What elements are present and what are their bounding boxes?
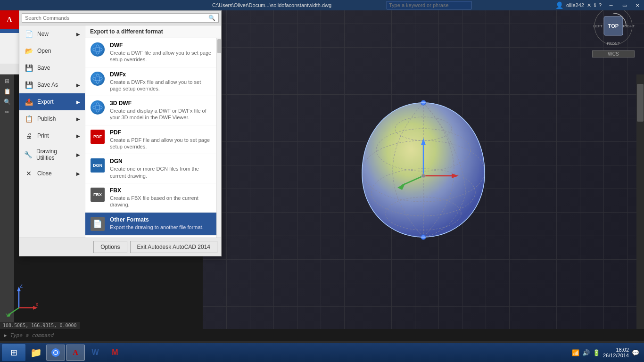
export-item-dwf[interactable]: DWF Create a DWF file and allow you to s… [85,38,216,67]
save-as-label: Save As [37,82,58,88]
export-item-other[interactable]: 📄 Other Formats Export the drawing to an… [85,213,216,236]
taskbar-explorer[interactable]: 📁 [26,345,45,361]
export-scrollbar[interactable] [216,38,221,238]
pdf-name: PDF [110,129,212,136]
export-item-fbx[interactable]: FBX FBX Create a FBX file based on the c… [85,183,216,213]
svg-text:Z: Z [20,283,23,288]
vertical-scrollbar[interactable] [636,74,644,329]
3ddwf-text: 3D DWF Create and display a DWF or DWFx … [110,100,212,121]
taskbar-word[interactable]: W [86,345,105,361]
search-input[interactable] [387,1,471,9]
menu-item-close[interactable]: ✕ Close ▶ [19,165,85,182]
export-item-pdf[interactable]: PDF PDF Create a PDF file and allow you … [85,125,216,155]
save-as-icon: 💾 [24,80,33,90]
clock-area: 18:02 26/12/2014 [603,347,629,358]
scrollbar-thumb[interactable] [637,84,644,122]
other-text: Other Formats Export the drawing to anot… [110,216,204,230]
battery-icon: 🔋 [593,349,600,356]
close-button[interactable]: ✕ [631,0,644,10]
app-menu-overlay: 🔍 📄 New ▶ 📂 Open 💾 Save 💾 Save As ▶ [19,10,222,256]
menu-item-save-as[interactable]: 💾 Save As ▶ [19,76,85,93]
svg-text:TOP: TOP [608,23,619,29]
command-prompt-icon: ▶ [4,332,7,338]
nav-cube[interactable]: TOP RIGHT LEFT FRONT TOP [592,5,635,47]
app-search-input[interactable] [25,15,208,21]
export-list: DWF Create a DWF file and allow you to s… [85,38,216,238]
svg-point-42 [93,45,102,54]
dwfx-name: DWFx [110,71,212,78]
viewport-canvas[interactable]: TOP RIGHT LEFT FRONT TOP WCS [203,0,644,362]
print-label: Print [37,132,49,139]
toolbar-btn-1[interactable]: ⊞ [3,76,11,86]
export-panel-header: Export to a different format [85,25,221,38]
svg-text:Y: Y [6,313,9,318]
print-icon: 🖨 [24,131,33,140]
export-arrow-icon: ▶ [76,99,80,105]
start-button[interactable]: ⊞ [2,344,25,361]
drawing-utilities-arrow-icon: ▶ [76,152,80,157]
window-controls: ─ ▭ ✕ [604,0,644,10]
app-menu-body: 📄 New ▶ 📂 Open 💾 Save 💾 Save As ▶ 📤 Expo… [19,25,221,238]
export-item-3ddwf[interactable]: 3D DWF Create and display a DWF or DWFx … [85,96,216,125]
menu-item-export[interactable]: 📤 Export ▶ [19,93,85,110]
menu-item-save[interactable]: 💾 Save [19,59,85,76]
command-line[interactable]: ▶ Type a command [0,329,644,341]
menu-item-print[interactable]: 🖨 Print ▶ [19,127,85,144]
clock-time: 18:02 [603,347,629,353]
new-arrow-icon: ▶ [76,32,80,37]
exit-autocad-button[interactable]: Exit Autodesk AutoCAD 2014 [130,241,217,253]
taskbar-other[interactable]: M [106,345,124,361]
toolbar-btn-3[interactable]: 🔍 [2,97,12,107]
dwf-text: DWF Create a DWF file and allow you to s… [110,42,212,63]
taskbar-autocad[interactable]: A [66,345,85,361]
fbx-name: FBX [110,187,212,194]
3ddwf-icon [90,100,105,115]
search-box[interactable] [387,0,471,10]
autocad-logo-button[interactable]: A [0,10,19,29]
app-menu-left: 📄 New ▶ 📂 Open 💾 Save 💾 Save As ▶ 📤 Expo… [19,25,85,238]
export-item-dwfx[interactable]: DWFx Create a DWFx file and allow you to… [85,67,216,97]
open-label: Open [37,48,51,54]
file-path: C:\Users\Oliver\Docum...\solidofaconstan… [212,0,331,10]
viewport-nav-controls: TOP RIGHT LEFT FRONT TOP WCS [592,5,635,58]
help-icon: ? [599,2,602,8]
options-button[interactable]: Options [93,241,127,253]
pdf-desc: Create a PDF file and allow you to set p… [110,137,212,150]
close-menu-icon: ✕ [24,169,33,178]
export-icon: 📤 [24,97,33,107]
new-label: New [37,31,49,37]
export-panel: Export to a different format DWF Create … [85,25,221,238]
username: ollie242 [566,2,584,8]
menu-item-new[interactable]: 📄 New ▶ [19,25,85,42]
command-prompt-text: Type a command [10,332,54,338]
menu-item-publish[interactable]: 📋 Publish ▶ [19,110,85,127]
save-as-arrow-icon: ▶ [76,82,80,88]
restore-button[interactable]: ▭ [618,0,631,10]
taskbar-system-tray: 📶 🔊 🔋 18:02 26/12/2014 💬 [572,347,642,358]
save-label: Save [37,65,50,71]
open-icon: 📂 [24,46,33,56]
save-icon: 💾 [24,63,33,73]
dwf-desc: Create a DWF file and allow you to set p… [110,49,212,63]
windows-taskbar: ⊞ 📁 A W M 📶 🔊 🔋 18:02 26/12/2014 💬 [0,343,644,362]
toolbar-btn-2[interactable]: 📋 [2,87,12,96]
drawing-utilities-icon: 🔧 [24,150,33,159]
minimize-button[interactable]: ─ [604,0,618,10]
publish-icon: 📋 [24,114,33,123]
app-menu-search-area: 🔍 [19,11,221,25]
toolbar-btn-4[interactable]: ✏ [3,107,11,117]
close-arrow-icon: ▶ [76,171,80,176]
other-formats-icon: 📄 [90,216,105,231]
svg-point-45 [93,74,102,83]
dwfx-text: DWFx Create a DWFx file and allow you to… [110,71,212,92]
notification-icon[interactable]: 💬 [632,349,639,356]
menu-item-open[interactable]: 📂 Open [19,42,85,59]
taskbar-chrome[interactable] [46,345,65,361]
export-item-dgn[interactable]: DGN DGN Create one or more DGN files fro… [85,154,216,183]
menu-item-drawing-utilities[interactable]: 🔧 Drawing Utilities ▶ [19,144,85,165]
svg-text:FRONT: FRONT [607,41,620,46]
print-arrow-icon: ▶ [76,133,80,139]
export-scroll-area: DWF Create a DWF file and allow you to s… [85,38,221,238]
separator-icon: ✕ [587,2,591,8]
app-menu-footer: Options Exit Autodesk AutoCAD 2014 [19,238,221,256]
